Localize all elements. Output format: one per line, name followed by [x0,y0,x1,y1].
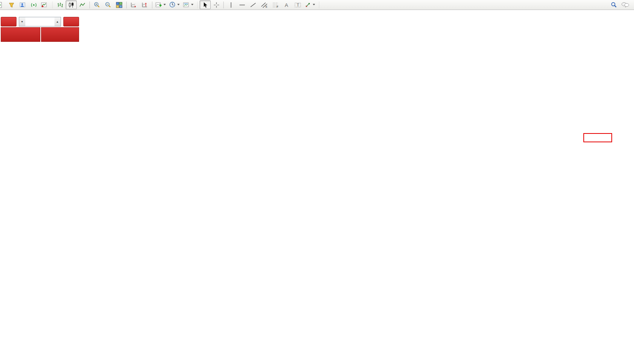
volume-stepper: ▼ ▲ [19,17,61,26]
volume-increase-button[interactable]: ▲ [54,17,61,26]
auto-scroll-button[interactable] [128,0,139,9]
chevron-down-icon [313,4,315,6]
one-click-trade-panel: ▼ ▲ [1,17,79,42]
zoom-out-icon [105,2,111,8]
search-icon [611,2,617,8]
trendline-icon [250,2,257,8]
chart-shift-icon [142,2,148,8]
zoom-in-button[interactable] [91,0,102,9]
svg-text:E: E [266,5,267,8]
svg-text:A: A [285,2,288,8]
rsi-indicator-label [2,290,5,294]
bar-chart-icon [57,2,63,8]
search-button[interactable] [608,0,619,9]
channel-tool-button[interactable]: E [259,0,270,9]
candlestick-chart-icon [68,2,74,8]
toolbar-separator [89,2,90,8]
toolbar-right-group [608,0,631,9]
cursor-icon [202,2,208,8]
main-toolbar: E F A T [0,0,634,10]
new-order-icon [0,2,3,8]
macd-indicator-label [2,224,7,228]
toolbar-grip [51,2,53,8]
signal-icon [31,2,37,8]
volume-input[interactable] [25,17,54,26]
toolbar-grip [196,2,198,8]
chat-button[interactable] [619,0,631,9]
channel-icon: E [261,2,268,8]
toolbar-separator [152,2,152,8]
svg-text:F: F [277,5,278,8]
svg-text:T: T [297,3,299,7]
mt4-window: { "toolbar": { "new_order_label": "新订单",… [0,0,634,364]
buy-price-display[interactable] [41,27,79,42]
chat-icon [621,2,629,8]
chevron-down-icon [191,4,194,6]
chart-shift-button[interactable] [139,0,150,9]
label-tool-button[interactable]: T [292,0,303,9]
volume-decrease-button[interactable]: ▼ [19,17,25,26]
autotrading-icon [41,2,47,8]
label-icon: T [294,2,301,8]
text-tool-button[interactable]: A [281,0,292,9]
new-order-button[interactable] [0,0,6,9]
line-chart-button[interactable] [77,0,88,9]
chart-canvas [0,10,634,364]
tile-windows-button[interactable] [114,0,125,9]
autotrading-button[interactable] [39,0,50,9]
text-icon: A [284,2,289,8]
chart-title [2,12,15,16]
toolbar-separator [126,2,127,8]
indicators-icon [155,2,162,8]
bar-chart-button[interactable] [54,0,66,9]
vertical-line-icon [229,2,233,8]
templates-button[interactable] [182,0,195,9]
shapes-tool-button[interactable] [303,0,317,9]
signal-button[interactable] [28,0,39,9]
price-level-box[interactable] [583,133,612,142]
shapes-icon [305,2,311,8]
line-chart-icon [79,2,86,8]
zoom-out-button[interactable] [102,0,114,9]
periods-icon [169,2,176,8]
tile-windows-icon [116,2,122,8]
chart-area[interactable]: ▼ ▲ [0,10,634,364]
chevron-down-icon [163,4,166,6]
trendline-tool-button[interactable] [248,0,259,9]
horizontal-line-tool-button[interactable] [236,0,248,9]
indicators-button[interactable] [154,0,168,9]
periods-button[interactable] [168,0,182,9]
vertical-line-tool-button[interactable] [225,0,236,9]
fibonacci-icon: F [272,2,279,8]
fibonacci-tool-button[interactable]: F [270,0,281,9]
sell-button[interactable] [1,17,17,26]
sell-price-display[interactable] [1,27,40,42]
crosshair-icon [213,2,220,8]
navigator-user-icon [20,2,26,8]
toolbar-separator [223,2,224,8]
cursor-tool-button[interactable] [200,0,211,9]
candlestick-chart-button[interactable] [66,0,77,9]
toolbar-grip [318,2,320,8]
funnel-button[interactable] [6,0,17,9]
templates-icon [183,2,190,8]
chevron-down-icon [177,4,180,6]
auto-scroll-icon [130,2,137,8]
buy-button[interactable] [63,17,79,26]
crosshair-tool-button[interactable] [211,0,222,9]
funnel-icon [8,2,15,8]
zoom-in-icon [94,2,100,8]
horizontal-line-icon [239,2,246,8]
navigator-button[interactable] [17,0,28,9]
